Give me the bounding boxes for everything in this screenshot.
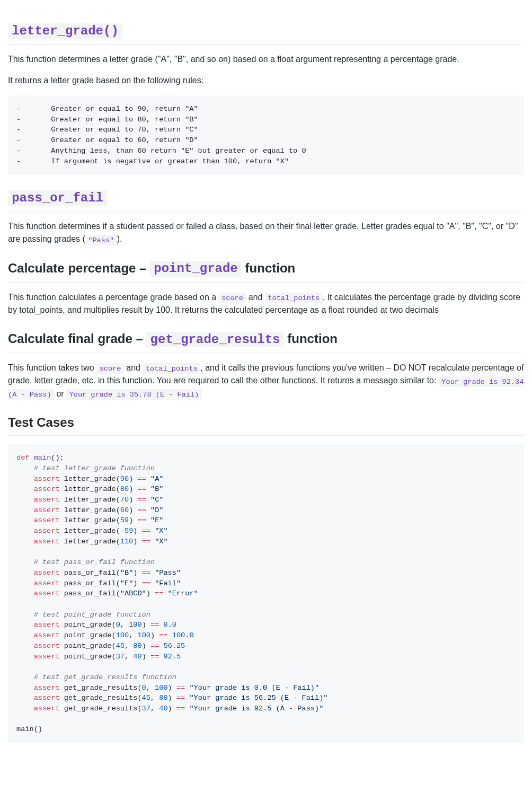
- text: ).: [117, 234, 122, 243]
- paragraph: This function determines if a student pa…: [8, 220, 524, 245]
- paragraph: This function calculates a percentage gr…: [8, 291, 524, 316]
- text: and: [124, 363, 143, 372]
- inline-code: score: [219, 293, 246, 303]
- heading-code: letter_grade(): [8, 23, 122, 39]
- heading-letter-grade: letter_grade(): [8, 21, 524, 45]
- inline-code: "Pass": [85, 235, 117, 245]
- heading-code: get_grade_results: [146, 332, 283, 347]
- rules-code-block: - Greater or equal to 90, return "A" - G…: [8, 95, 524, 175]
- inline-code: total_points: [265, 293, 323, 303]
- heading-text: function: [284, 331, 338, 346]
- heading-code: pass_or_fail: [8, 190, 107, 206]
- heading-text: Calculate final grade –: [8, 331, 146, 346]
- test-cases-code-block: def main(): # test letter_grade function…: [8, 444, 524, 743]
- text: or: [54, 389, 66, 398]
- inline-code: score: [96, 363, 124, 374]
- paragraph: It returns a letter grade based on the f…: [8, 74, 524, 87]
- inline-code: Your grade is 35.78 (E - Fail): [66, 389, 202, 400]
- heading-code: point_grade: [150, 261, 242, 276]
- heading-test-cases: Test Cases: [8, 413, 524, 436]
- heading-point-grade: Calculate percentage – point_grade funct…: [8, 259, 524, 283]
- text: This function determines if a student pa…: [8, 222, 518, 243]
- text: and: [246, 293, 265, 302]
- heading-pass-or-fail: pass_or_fail: [8, 188, 524, 212]
- inline-code: total_points: [143, 363, 200, 374]
- paragraph: This function determines a letter grade …: [8, 53, 524, 66]
- heading-text: function: [242, 261, 295, 275]
- paragraph: This function takes two score and total_…: [8, 362, 524, 400]
- heading-get-grade-results: Calculate final grade – get_grade_result…: [8, 329, 524, 353]
- text: This function takes two: [8, 363, 96, 372]
- text: This function calculates a percentage gr…: [8, 293, 219, 302]
- heading-text: Calculate percentage –: [8, 261, 150, 275]
